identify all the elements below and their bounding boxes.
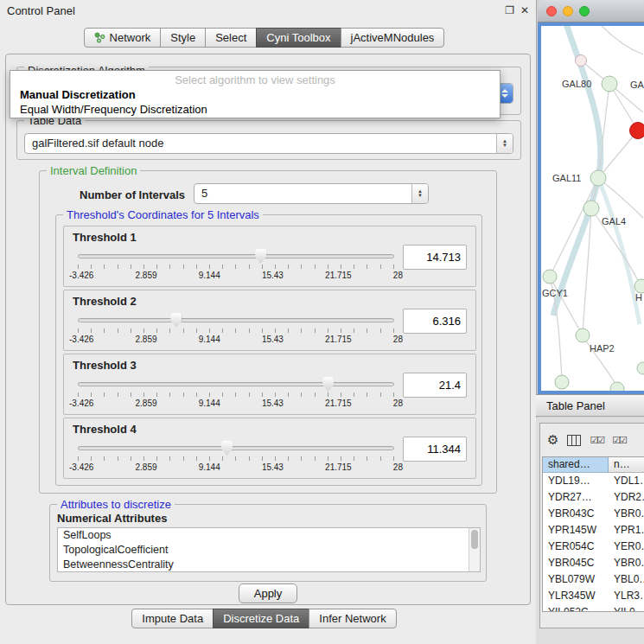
- number-of-intervals-label: Number of Intervals: [80, 188, 185, 201]
- tab-infer-network[interactable]: Infer Network: [309, 609, 396, 628]
- threshold-2-value-field[interactable]: [403, 309, 467, 334]
- tab-infer-network-label: Infer Network: [319, 612, 386, 625]
- tab-style[interactable]: Style: [160, 28, 206, 48]
- number-of-intervals-combo[interactable]: 5 ▲▼: [194, 183, 429, 204]
- close-window-icon[interactable]: ✕: [520, 4, 529, 16]
- list-item[interactable]: SelfLoops: [58, 528, 480, 543]
- slider-track[interactable]: [78, 254, 394, 258]
- node-label: H: [635, 292, 642, 303]
- threshold-3-slider[interactable]: -3.4262.8599.14415.4321.71528: [78, 375, 394, 410]
- table-panel-body: ⚙ ☑☑ ☑☑ shared… n… YDL19…YDL1… YDR27…YDR…: [536, 418, 644, 644]
- algorithm-option-manual[interactable]: Manual Discretization: [10, 87, 500, 102]
- list-item[interactable]: TopologicalCoefficient: [58, 543, 480, 558]
- slider-track[interactable]: [78, 382, 394, 386]
- network-node[interactable]: [576, 55, 587, 67]
- network-node[interactable]: [590, 170, 606, 186]
- table-row[interactable]: YBL079WYBL0…: [543, 571, 644, 588]
- table-panel-frame: ⚙ ☑☑ ☑☑ shared… n… YDL19…YDL1… YDR27…YDR…: [539, 423, 644, 628]
- table-data-combo-value: galFiltered.sif default node: [32, 137, 163, 150]
- network-node[interactable]: [583, 201, 599, 216]
- table-row[interactable]: YBR043CYBR0…: [543, 506, 644, 522]
- tab-cyni-toolbox[interactable]: Cyni Toolbox: [256, 28, 341, 48]
- node-label: GAL4: [602, 216, 626, 226]
- tab-network[interactable]: Network: [84, 28, 162, 48]
- control-panel-window: Control Panel ❐ ✕ Network Style: [0, 0, 537, 644]
- table-row[interactable]: YDL19…YDL1…: [543, 473, 644, 489]
- tab-style-label: Style: [170, 31, 195, 44]
- screen: Control Panel ❐ ✕ Network Style: [0, 0, 644, 644]
- zoom-traffic-light[interactable]: [579, 6, 590, 16]
- table-row[interactable]: YER054CYER0…: [543, 539, 644, 555]
- select-rows-icon[interactable]: ☑☑: [612, 435, 626, 446]
- algorithm-option-equal-width[interactable]: Equal Width/Frequency Discretization: [10, 102, 500, 117]
- columns-icon[interactable]: [567, 435, 581, 446]
- list-item[interactable]: BetweennessCentrality: [58, 558, 480, 572]
- float-window-icon[interactable]: ❐: [505, 4, 514, 16]
- threshold-3-box: Threshold 3 -3.4262.8599.14415.4321.7152…: [63, 354, 476, 415]
- threshold-3-label: Threshold 3: [73, 359, 137, 372]
- interval-definition-label: Interval Definition: [47, 164, 140, 177]
- threshold-1-label: Threshold 1: [73, 231, 137, 244]
- network-node-selected[interactable]: [630, 123, 644, 139]
- cyni-toolbox-panel: Discretization Algorithm Select algorith…: [5, 54, 531, 605]
- slider-thumb[interactable]: [322, 377, 334, 392]
- slider-thumb[interactable]: [255, 249, 266, 264]
- table-row[interactable]: YPR145WYPR1…: [543, 522, 644, 539]
- tab-impute-data[interactable]: Impute Data: [131, 609, 214, 628]
- table-row[interactable]: YBR045CYBR0…: [543, 555, 644, 571]
- tab-select[interactable]: Select: [205, 28, 257, 48]
- network-node[interactable]: [555, 375, 569, 389]
- tab-select-label: Select: [215, 31, 246, 44]
- slider-track[interactable]: [78, 446, 394, 450]
- network-node[interactable]: [576, 328, 590, 342]
- network-node[interactable]: [602, 76, 617, 92]
- table-row[interactable]: YIL052CYIL0…: [543, 604, 644, 612]
- slider-ticks: [78, 456, 394, 461]
- threshold-4-box: Threshold 4 -3.4262.8599.14415.4321.7152…: [63, 418, 476, 479]
- tab-discretize-data[interactable]: Discretize Data: [213, 609, 309, 628]
- threshold-3-value-field[interactable]: [403, 373, 467, 398]
- column-header-name[interactable]: n…: [609, 457, 644, 473]
- table-data-combo[interactable]: galFiltered.sif default node ▲▼: [24, 133, 513, 154]
- network-node[interactable]: [543, 270, 557, 284]
- table-panel-title: Table Panel: [546, 399, 605, 412]
- threshold-4-slider[interactable]: -3.4262.8599.14415.4321.71528: [78, 439, 394, 474]
- threshold-2-slider[interactable]: -3.4262.8599.14415.4321.71528: [78, 311, 394, 346]
- slider-thumb[interactable]: [221, 441, 233, 456]
- table-row[interactable]: YDR27…YDR2…: [543, 489, 644, 506]
- threshold-1-value-field[interactable]: [403, 245, 467, 270]
- thresholds-group-label: Threshold's Coordinates for 5 Intervals: [63, 208, 263, 221]
- tab-discretize-data-label: Discretize Data: [223, 612, 299, 625]
- network-node[interactable]: [634, 279, 644, 293]
- network-icon: [94, 32, 105, 43]
- scrollbar-thumb[interactable]: [471, 530, 478, 549]
- close-traffic-light[interactable]: [546, 6, 557, 16]
- tab-jactivemnodules[interactable]: jActiveMNodules: [341, 28, 445, 48]
- slider-track[interactable]: [78, 318, 394, 322]
- select-columns-icon[interactable]: ☑☑: [590, 435, 603, 446]
- node-label: HAP2: [590, 343, 615, 354]
- apply-button[interactable]: Apply: [239, 583, 297, 603]
- slider-scale: -3.4262.8599.14415.4321.71528: [69, 335, 403, 344]
- threshold-4-value-field[interactable]: [403, 437, 467, 462]
- numerical-attributes-list: SelfLoops TopologicalCoefficient Between…: [57, 527, 481, 572]
- minimize-traffic-light[interactable]: [563, 6, 573, 16]
- threshold-1-slider[interactable]: -3.4262.8599.14415.4321.71528: [78, 247, 394, 282]
- table-row[interactable]: YLR345WYLR3…: [543, 588, 644, 604]
- combo-arrows-icon: ▲▼: [411, 184, 428, 203]
- slider-thumb[interactable]: [170, 313, 182, 328]
- slider-ticks: [78, 328, 394, 333]
- threshold-4-label: Threshold 4: [73, 423, 137, 436]
- interval-definition-group: Interval Definition Number of Intervals …: [39, 170, 497, 494]
- gear-icon[interactable]: ⚙: [547, 432, 558, 448]
- network-node[interactable]: [637, 362, 644, 374]
- control-panel-tab-bar: Network Style Select Cyni Toolbox jActiv…: [0, 28, 528, 48]
- network-canvas[interactable]: GAL80 GA GAL11 GAL4 GCY1 H HAP2: [538, 22, 644, 394]
- network-node[interactable]: [610, 382, 624, 394]
- table-header-row: shared… n…: [543, 457, 644, 473]
- slider-scale: -3.4262.8599.14415.4321.71528: [69, 399, 403, 408]
- attributes-scrollbar[interactable]: [469, 528, 480, 571]
- node-label: GCY1: [542, 288, 568, 298]
- column-header-shared-name[interactable]: shared…: [543, 457, 609, 473]
- number-of-intervals-value: 5: [201, 187, 207, 200]
